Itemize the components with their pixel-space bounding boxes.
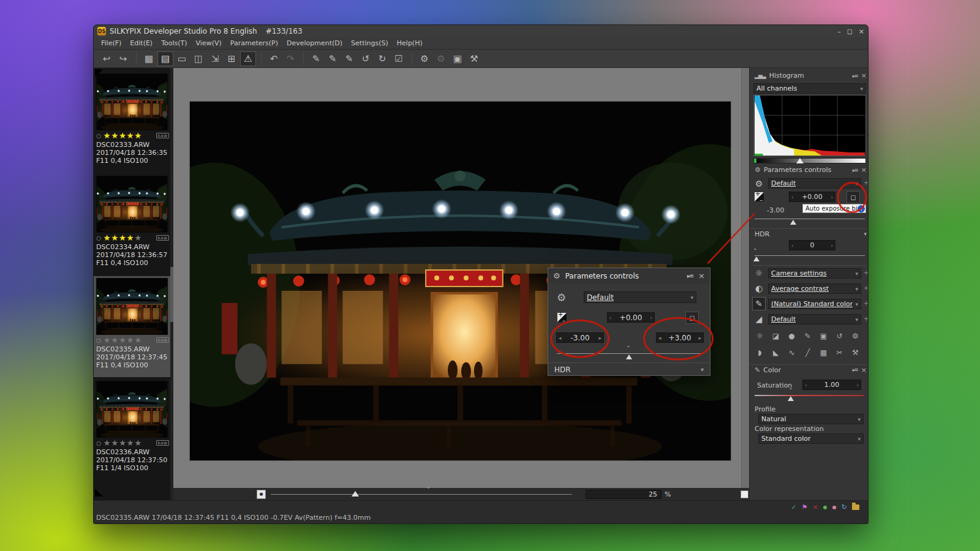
- batch-develop-icon[interactable]: ⚙: [417, 51, 432, 66]
- nav-back-icon[interactable]: ↩: [99, 51, 115, 66]
- soft-tool-icon[interactable]: ●: [785, 330, 798, 342]
- contrast-select[interactable]: Average contrast ▾: [768, 283, 861, 294]
- sharpness-icon[interactable]: ◢: [752, 312, 766, 326]
- status-pink-dot-icon[interactable]: ●: [832, 504, 837, 510]
- spin-left-icon[interactable]: ‹: [609, 315, 612, 321]
- spin-right-icon[interactable]: ›: [650, 315, 652, 321]
- menu-settings[interactable]: Settings(S): [347, 38, 392, 48]
- dock-icon[interactable]: ▸≡: [853, 367, 858, 373]
- misc-tool-icon[interactable]: ⚒: [849, 347, 862, 359]
- highlight-tool-icon[interactable]: ✎: [801, 330, 814, 342]
- rotate-cw-icon[interactable]: ↻: [374, 51, 390, 66]
- hdr-slider[interactable]: [755, 255, 865, 256]
- trim-tool-icon[interactable]: ✂: [833, 347, 846, 359]
- preview-vertical-scrollbar[interactable]: [741, 68, 749, 489]
- taste-gear-icon[interactable]: ⚙: [752, 177, 766, 190]
- settings-tool-icon[interactable]: ⚙: [849, 330, 862, 342]
- add-taste-icon[interactable]: +: [864, 179, 869, 186]
- add-icon[interactable]: +: [864, 285, 869, 291]
- saturation-slider-thumb[interactable]: [788, 396, 794, 401]
- exposure-bias-spinner[interactable]: ‹ +0.00 ›: [789, 192, 835, 202]
- rotate-tool-icon[interactable]: ↺: [833, 330, 846, 342]
- thumbnail-item[interactable]: ○ ★★★★★ RAW DSC02336.ARW 2017/04/18 12:3…: [94, 379, 170, 480]
- params-header[interactable]: ⚙ Parameters controls ▸≡ ×: [750, 165, 869, 175]
- star-rating[interactable]: ★★★★: [104, 233, 135, 242]
- flag-marker-icon[interactable]: ○: [96, 337, 102, 343]
- spin-left-icon[interactable]: ◂: [559, 335, 562, 341]
- dialog-max-spinner[interactable]: ◂ +3.00 ▸: [656, 332, 704, 343]
- redo-icon[interactable]: ↷: [282, 51, 298, 66]
- channel-select[interactable]: All channels ▾: [753, 83, 866, 94]
- exposure-slider-thumb[interactable]: [790, 220, 796, 225]
- brush-tool-icon[interactable]: ╱: [801, 347, 814, 359]
- exposure-slider[interactable]: [755, 219, 865, 219]
- dialog-exposure-slider[interactable]: [557, 353, 703, 354]
- filmstrip-scroll-up-icon[interactable]: [95, 69, 103, 77]
- color-representation-select[interactable]: Standard color ▾: [758, 433, 864, 444]
- dock-icon[interactable]: ▸≡: [853, 73, 858, 79]
- dialog-exposure-spinner[interactable]: ‹ +0.00 ›: [607, 312, 655, 323]
- close-panel-icon[interactable]: ×: [861, 366, 867, 374]
- compare-view-icon[interactable]: ◫: [190, 51, 206, 66]
- shading-tool-icon[interactable]: ◣: [769, 347, 782, 359]
- add-icon[interactable]: +: [864, 269, 869, 276]
- display-settings-icon[interactable]: ▣: [450, 51, 466, 66]
- hdr-header[interactable]: HDR ▾: [750, 228, 869, 239]
- spin-left-icon[interactable]: ‹: [791, 242, 794, 249]
- spin-right-icon[interactable]: ›: [831, 194, 833, 200]
- zoom-value-field[interactable]: 25: [586, 490, 662, 499]
- zoom-fit-button[interactable]: ●: [257, 490, 266, 499]
- flag-marker-icon[interactable]: ○: [96, 133, 102, 139]
- status-refresh-icon[interactable]: ↻: [842, 503, 847, 511]
- dialog-hdr-header[interactable]: HDR ▾: [548, 362, 710, 376]
- spotting-tool-icon[interactable]: ▦: [817, 347, 830, 359]
- color-header[interactable]: ✎ Color ▸≡ ×: [750, 364, 869, 375]
- sharpness-select[interactable]: Default ▾: [768, 314, 861, 324]
- histogram-range-slider[interactable]: [753, 158, 866, 163]
- zoom-slider[interactable]: ˇ: [271, 494, 572, 495]
- white-balance-icon[interactable]: ☼: [752, 266, 766, 280]
- auto-exposure-bias-button[interactable]: ◻: [685, 312, 699, 324]
- thumbnail-item[interactable]: ○ ★★★★★ RAW DSC02333.ARW 2017/04/18 12:3…: [94, 72, 170, 173]
- combination-view-icon[interactable]: ▤: [157, 51, 173, 66]
- menu-development[interactable]: Development(D): [283, 38, 346, 48]
- tools-icon[interactable]: ⚒: [466, 51, 482, 66]
- add-icon[interactable]: +: [864, 300, 869, 307]
- filmstrip-scroll-down-icon[interactable]: [95, 489, 103, 497]
- histogram-header[interactable]: ▂▅▃ Histogram ▸≡ ×: [750, 70, 869, 81]
- spin-left-icon[interactable]: ‹: [805, 382, 807, 388]
- titlebar[interactable]: DS SILKYPIX Developer Studio Pro 8 Engli…: [94, 25, 868, 37]
- crop-tool-icon[interactable]: ▣: [817, 330, 830, 342]
- taste-gear-icon[interactable]: ⚙: [557, 291, 566, 304]
- thumbnail-item-selected[interactable]: ○ ★★★★★ RAW DSC02335.ARW 2017/04/18 12:3…: [94, 276, 170, 377]
- multi-preview-icon[interactable]: ⊞: [224, 51, 239, 66]
- chevron-down-icon[interactable]: ▾: [864, 231, 867, 237]
- undo-icon[interactable]: ↶: [266, 51, 282, 66]
- nav-forward-icon[interactable]: ↪: [115, 51, 131, 66]
- thumbnail-image[interactable]: [96, 73, 168, 130]
- menu-file[interactable]: File(F): [97, 38, 125, 48]
- dialog-min-spinner[interactable]: ◂ -3.00 ▸: [556, 332, 604, 343]
- paste-params-pen-icon[interactable]: ✎: [341, 51, 357, 66]
- dialog-slider-thumb[interactable]: [626, 354, 632, 359]
- thumbnail-image[interactable]: [96, 176, 168, 233]
- spin-right-icon[interactable]: ›: [831, 242, 833, 249]
- spin-left-icon[interactable]: ‹: [791, 194, 794, 200]
- saturation-slider[interactable]: [755, 395, 864, 396]
- hdr-spinner[interactable]: ‹ 0 ›: [789, 240, 835, 250]
- scroll-corner-button[interactable]: [741, 490, 748, 498]
- profile-select[interactable]: Natural ▾: [758, 414, 864, 424]
- distortion-tool-icon[interactable]: ∿: [785, 347, 798, 359]
- rotate-ccw-icon[interactable]: ↺: [358, 51, 374, 66]
- status-check-icon[interactable]: ✓: [791, 503, 797, 511]
- hdr-slider-thumb[interactable]: [753, 257, 760, 261]
- flag-marker-icon[interactable]: ○: [96, 235, 102, 241]
- status-folder-icon[interactable]: [852, 504, 859, 510]
- saturation-spinner[interactable]: ‹ 1.00 ›: [802, 380, 861, 390]
- menu-tools[interactable]: Tools(T): [157, 38, 190, 48]
- dock-icon[interactable]: ▸≡: [853, 167, 858, 173]
- status-delete-icon[interactable]: ×: [813, 503, 818, 511]
- thumbnail-view-icon[interactable]: ▦: [141, 51, 157, 66]
- taste-select[interactable]: Default ▾: [768, 178, 861, 189]
- restore-button[interactable]: ◻: [847, 28, 853, 36]
